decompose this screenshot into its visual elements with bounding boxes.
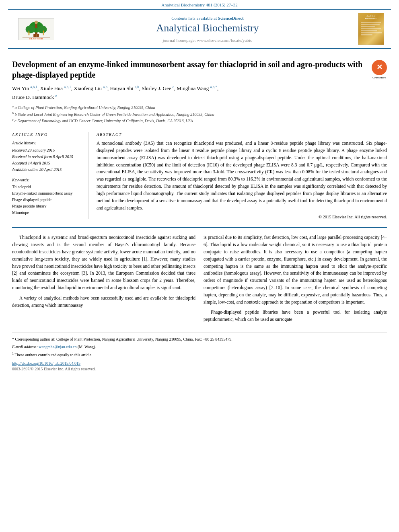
affiliation-a: a a College of Plant Protection, Nanjing… [12,104,387,111]
accepted-date: Accepted 14 April 2015 [12,160,84,166]
received-date: Received 29 January 2015 [12,147,84,154]
revised-date: Received in revised form 8 April 2015 [12,154,84,160]
body-para-4: Phage-displayed peptide libraries have b… [204,309,387,323]
doi-link[interactable]: http://dx.doi.org/10.1016/j.ab.2015.04.0… [12,361,387,366]
journal-header-right: AnalyticalBiochemistry [355,13,387,45]
available-date: Available online 20 April 2015 [12,166,84,173]
keywords-section: Keywords: Thiacloprid Enzyme-linked immu… [12,178,84,216]
cover-lines [359,21,383,36]
affiliation-b: b b State and Local Joint Engineering Re… [12,111,387,117]
keyword-1: Thiacloprid [12,184,84,190]
article-info-heading: ARTICLE INFO [12,132,84,137]
keyword-5: Mimotope [12,210,84,216]
footnote-corresponding: * Corresponding author at: College of Pl… [12,336,387,342]
abstract-heading: ABSTRACT [97,132,387,137]
footer-copyright: 0003-2697/© 2015 Elsevier Inc. All right… [12,367,387,371]
journal-title-main: Analytical Biochemistry [64,22,351,34]
info-abstract-section: ARTICLE INFO Article history: Received 2… [12,132,387,219]
svg-rect-8 [28,32,29,35]
divider-line [12,128,387,128]
journal-header: ELSEVIER Contents lists available at Sci… [8,9,391,49]
keyword-2: Enzyme-linked immunosorbent assay [12,190,84,197]
footer-links: http://dx.doi.org/10.1016/j.ab.2015.04.0… [12,361,387,371]
email-link[interactable]: wangmha@njau.edu.cn [39,345,76,349]
journal-cover-image: AnalyticalBiochemistry [358,13,384,45]
crossmark-label: CrossMark [372,76,387,80]
authors-line: Wei Yin a,b,1, Xiude Hua a,b,1, Xiaofeng… [12,84,387,102]
article-title-block: Development of an enzyme-linked immunoso… [12,59,387,80]
body-para-1: Thiacloprid is a systemic and broad-spec… [12,234,195,292]
crossmark-icon: ✕ [372,60,387,75]
svg-rect-7 [35,24,37,28]
main-content: Development of an enzyme-linked immunoso… [0,49,399,375]
abstract-text: A monoclonal antibody (3A5) that can rec… [97,140,387,212]
body-para-3: is practical due to its simplicity, fast… [204,234,387,306]
svg-point-5 [37,25,47,33]
keywords-list: Thiacloprid Enzyme-linked immunosorbent … [12,184,84,216]
keyword-3: Phage-displayed peptide [12,197,84,203]
abstract-col: ABSTRACT A monoclonal antibody (3A5) tha… [97,132,387,219]
article-title-text: Development of an enzyme-linked immunoso… [12,59,368,80]
top-bar: Analytical Biochemistry 481 (2015) 27–32 [0,0,399,9]
journal-header-left: ELSEVIER [12,18,60,40]
svg-text:ELSEVIER: ELSEVIER [29,37,43,40]
affiliation-c: c c Department of Entomology and UCD Can… [12,117,387,124]
copyright-text: © 2015 Elsevier Inc. All rights reserved… [97,215,387,219]
elsevier-logo: ELSEVIER [18,18,54,40]
affiliations-block: a a College of Plant Protection, Nanjing… [12,104,387,124]
body-col-left: Thiacloprid is a systemic and broad-spec… [12,234,195,327]
journal-header-center: Contents lists available at ScienceDirec… [60,16,355,43]
crossmark-badge[interactable]: ✕ CrossMark [372,60,387,75]
footnotes-block: * Corresponding author at: College of Pl… [12,333,387,358]
keyword-4: Phage peptide library [12,203,84,210]
journal-ref: Analytical Biochemistry 481 (2015) 27–32 [161,2,237,7]
body-section: Thiacloprid is a systemic and broad-spec… [12,227,387,371]
body-two-col: Thiacloprid is a systemic and broad-spec… [12,234,387,327]
elsevier-tree-icon: ELSEVIER [19,18,54,40]
cover-title-text: AnalyticalBiochemistry [365,15,376,20]
svg-point-4 [26,25,35,33]
elsevier-figure: ELSEVIER [18,18,54,40]
svg-rect-10 [43,32,44,35]
history-heading: Article history: [12,140,84,146]
body-col-right: is practical due to its simplicity, fast… [204,234,387,327]
sciencedirect-text: Contents lists available at ScienceDirec… [64,16,351,21]
footnote-equal-contrib: 1 These authors contributed equally to t… [12,351,387,358]
body-para-2: A variety of analytical methods have bee… [12,295,195,309]
footnote-email: E-mail address: wangmha@njau.edu.cn (M. … [12,344,387,350]
article-history: Article history: Received 29 January 201… [12,140,84,173]
svg-point-6 [35,21,38,24]
journal-homepage: journal homepage: www.elsevier.com/locat… [64,36,351,43]
keywords-heading: Keywords: [12,178,84,182]
article-info-col: ARTICLE INFO Article history: Received 2… [12,132,88,219]
